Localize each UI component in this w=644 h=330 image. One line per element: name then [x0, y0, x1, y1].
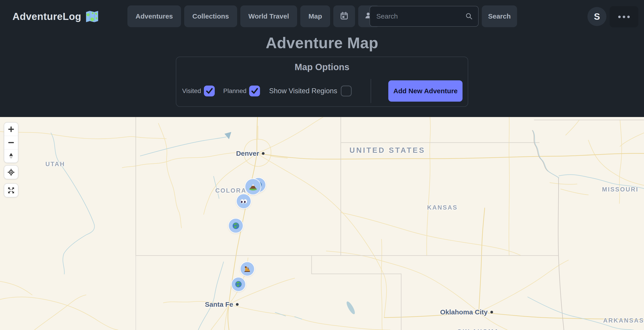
city-dot	[262, 152, 264, 155]
navbar: AdventureLog Adventures Collections Worl…	[0, 0, 644, 33]
geolocate-button[interactable]	[4, 166, 18, 179]
map-marker-globe-emoji[interactable]	[232, 278, 245, 291]
map-roads-borders	[0, 117, 644, 330]
nav-world-travel-button[interactable]: World Travel	[240, 6, 297, 27]
options-divider	[371, 79, 371, 103]
search-button[interactable]: Search	[482, 6, 517, 27]
state-label-kansas: KANSAS	[427, 204, 458, 211]
nav-adventures-button[interactable]: Adventures	[128, 6, 181, 27]
avatar[interactable]: S	[588, 7, 606, 26]
page-title: Adventure Map	[0, 34, 644, 52]
world-map-emoji-icon	[85, 10, 99, 23]
checkmark-icon	[204, 86, 215, 96]
nav-collections-button[interactable]: Collections	[184, 6, 237, 27]
planned-label: Planned	[223, 87, 247, 94]
state-label-missouri: MISSOURI	[602, 186, 638, 193]
fullscreen-icon	[7, 186, 15, 194]
zoom-in-button[interactable]	[4, 123, 18, 136]
map-canvas[interactable]: UTAHCOLORADOKANSASMISSOURIUNITED STATESO…	[0, 117, 644, 330]
plus-icon	[7, 126, 15, 133]
city-label-denver: Denver	[236, 150, 264, 157]
ellipsis-icon	[618, 16, 630, 18]
add-new-adventure-button[interactable]: Add New Adventure	[388, 80, 462, 102]
map-marker-boot-emoji[interactable]	[240, 262, 254, 276]
zoom-control-group	[4, 122, 18, 163]
visited-label: Visited	[182, 87, 201, 94]
show-visited-regions-checkbox[interactable]	[341, 86, 352, 96]
avatar-initial: S	[594, 12, 600, 22]
nav-map-button[interactable]: Map	[300, 6, 330, 27]
map-options-card: Map Options Visited Planned Show Visited…	[176, 56, 468, 107]
map-marker-eyes-emoji[interactable]	[237, 194, 251, 208]
city-dot	[490, 311, 493, 314]
map-marker-globe-emoji[interactable]	[229, 219, 243, 233]
nav-buttons: Adventures Collections World Travel Map	[128, 6, 380, 27]
city-label-santa-fe: Santa Fe	[205, 300, 238, 308]
app-logo[interactable]: AdventureLog	[12, 0, 99, 33]
compass-icon	[7, 152, 15, 160]
map-marker-mountain-emoji[interactable]	[245, 179, 261, 194]
state-label-utah: UTAH	[46, 161, 65, 168]
compass-button[interactable]	[4, 150, 18, 162]
planned-checkbox[interactable]	[249, 86, 260, 96]
search-input[interactable]	[370, 6, 478, 27]
map-options-title: Map Options	[176, 62, 468, 72]
minus-icon	[7, 139, 15, 146]
calendar-icon	[340, 11, 349, 22]
more-menu-button[interactable]	[610, 6, 638, 28]
geolocate-control	[4, 165, 18, 179]
fullscreen-button[interactable]	[4, 184, 18, 197]
fullscreen-control	[4, 183, 18, 197]
city-label-oklahoma-city: Oklahoma City	[440, 308, 493, 316]
show-visited-regions-label: Show Visited Regions	[269, 87, 337, 95]
city-dot	[236, 303, 239, 306]
search-area	[370, 6, 478, 27]
app-title: AdventureLog	[12, 11, 81, 22]
state-label-oklahoma: OKLAHOMA	[457, 328, 500, 330]
state-label-arkansas: ARKANSAS	[603, 317, 644, 324]
geolocate-icon	[7, 168, 15, 176]
search-icon	[465, 12, 473, 20]
calendar-button[interactable]	[333, 6, 355, 27]
zoom-out-button[interactable]	[4, 136, 18, 149]
state-label-united-states: UNITED STATES	[350, 146, 425, 154]
map-options-row: Visited Planned Show Visited Regions Add…	[182, 78, 464, 104]
visited-checkbox[interactable]	[204, 86, 215, 96]
checkmark-icon	[249, 86, 260, 96]
